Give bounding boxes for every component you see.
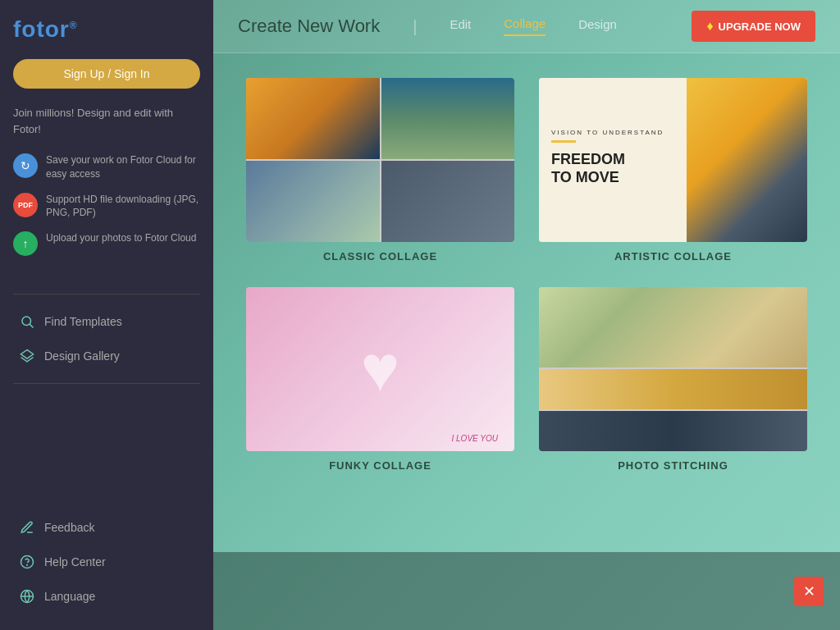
main-content: Create New Work | Edit Collage Design ♦ … — [213, 0, 840, 630]
stitching-label: PHOTO STITCHING — [539, 459, 807, 472]
logo-text: fotor — [13, 16, 70, 42]
close-icon: ✕ — [803, 582, 815, 600]
header: Create New Work | Edit Collage Design ♦ … — [213, 0, 840, 53]
feature-cloud-text: Save your work on Fotor Cloud for easy a… — [46, 153, 200, 181]
sidebar: fotor® Sign Up / Sign In Join millions! … — [0, 0, 213, 630]
divider-2 — [13, 383, 200, 384]
header-separator: | — [413, 17, 417, 36]
design-gallery-label: Design Gallery — [44, 349, 120, 363]
svg-line-1 — [30, 325, 33, 328]
collage-grid: CLASSIC COLLAGE VISION TO UNDERSTAND FRE… — [246, 78, 807, 472]
funky-preview: ♥ I LOVE YOU — [246, 287, 514, 451]
upgrade-label: UPGRADE NOW — [719, 21, 801, 33]
stitch-bot — [539, 411, 807, 451]
artistic-label: ARTISTIC COLLAGE — [539, 250, 807, 262]
find-templates-label: Find Templates — [44, 315, 122, 328]
logo-sup: ® — [70, 20, 78, 31]
divider-1 — [13, 294, 200, 294]
sign-in-button[interactable]: Sign Up / Sign In — [13, 59, 200, 89]
layers-icon — [18, 347, 36, 365]
nav-tabs: Edit Collage Design — [450, 16, 692, 36]
artistic-bar — [551, 140, 576, 143]
feature-upload: ↑ Upload your photos to Fotor Cloud — [13, 231, 200, 256]
feedback-icon — [18, 518, 36, 536]
diamond-icon: ♦ — [706, 19, 713, 34]
sidebar-item-design-gallery[interactable]: Design Gallery — [13, 339, 200, 373]
feature-list: ↻ Save your work on Fotor Cloud for easy… — [13, 153, 200, 267]
artistic-preview: VISION TO UNDERSTAND FREEDOMTO MOVE — [539, 78, 807, 242]
stitch-mid — [539, 369, 807, 409]
collage-card-artistic[interactable]: VISION TO UNDERSTAND FREEDOMTO MOVE ARTI… — [539, 78, 807, 262]
funky-label: FUNKY COLLAGE — [246, 459, 514, 472]
language-label: Language — [44, 590, 95, 603]
tab-collage[interactable]: Collage — [504, 16, 546, 36]
nav-list-bottom: Feedback Help Center Language — [13, 510, 200, 614]
collage-card-stitching[interactable]: PHOTO STITCHING — [539, 287, 807, 472]
feature-pdf-text: Support HD file downloading (JPG, PNG, P… — [46, 193, 200, 221]
footer-bar: ✕ — [213, 552, 840, 630]
nav-list-main: Find Templates Design Gallery — [13, 304, 200, 373]
artistic-right — [687, 78, 807, 242]
upgrade-button[interactable]: ♦ UPGRADE NOW — [692, 11, 815, 42]
sidebar-bottom: Feedback Help Center Language — [13, 510, 200, 614]
feature-pdf: PDF Support HD file downloading (JPG, PN… — [13, 193, 200, 221]
artistic-left: VISION TO UNDERSTAND FREEDOMTO MOVE — [539, 78, 687, 242]
classic-photo-4 — [381, 161, 515, 242]
svg-point-0 — [22, 317, 31, 326]
classic-label: CLASSIC COLLAGE — [246, 250, 514, 262]
classic-photo-1 — [246, 78, 380, 159]
artistic-subtitle: VISION TO UNDERSTAND — [551, 129, 674, 136]
sidebar-item-find-templates[interactable]: Find Templates — [13, 304, 200, 339]
help-label: Help Center — [44, 555, 106, 568]
feature-cloud: ↻ Save your work on Fotor Cloud for easy… — [13, 153, 200, 181]
tab-design[interactable]: Design — [578, 17, 617, 35]
collage-card-classic[interactable]: CLASSIC COLLAGE — [246, 78, 514, 262]
pdf-icon: PDF — [13, 193, 38, 217]
svg-point-4 — [27, 564, 28, 565]
classic-photo-3 — [246, 161, 380, 242]
feature-upload-text: Upload your photos to Fotor Cloud — [46, 231, 196, 245]
language-icon — [18, 587, 36, 605]
stitching-preview — [539, 287, 807, 451]
sidebar-item-help[interactable]: Help Center — [13, 545, 200, 579]
sidebar-item-language[interactable]: Language — [13, 579, 200, 614]
logo-area: fotor® — [13, 16, 200, 43]
stitch-top — [539, 287, 807, 368]
cloud-icon: ↻ — [13, 153, 38, 178]
close-button[interactable]: ✕ — [794, 577, 824, 606]
svg-marker-2 — [21, 350, 34, 359]
join-text: Join millions! Design and edit with Foto… — [13, 105, 200, 137]
content-area: CLASSIC COLLAGE VISION TO UNDERSTAND FRE… — [213, 53, 840, 552]
collage-card-funky[interactable]: ♥ I LOVE YOU FUNKY COLLAGE — [246, 287, 514, 472]
page-title: Create New Work — [238, 16, 380, 37]
artistic-heading: FREEDOMTO MOVE — [551, 151, 674, 186]
funky-overlay-text: I LOVE YOU — [451, 434, 498, 443]
help-icon — [18, 553, 36, 571]
sidebar-item-feedback[interactable]: Feedback — [13, 510, 200, 545]
tab-edit[interactable]: Edit — [450, 17, 471, 35]
classic-preview — [246, 78, 514, 242]
search-icon — [18, 313, 36, 331]
logo: fotor® — [13, 16, 78, 42]
feedback-label: Feedback — [44, 521, 94, 534]
heart-icon: ♥ — [361, 331, 400, 407]
upload-icon: ↑ — [13, 231, 38, 256]
classic-photo-2 — [381, 78, 515, 159]
